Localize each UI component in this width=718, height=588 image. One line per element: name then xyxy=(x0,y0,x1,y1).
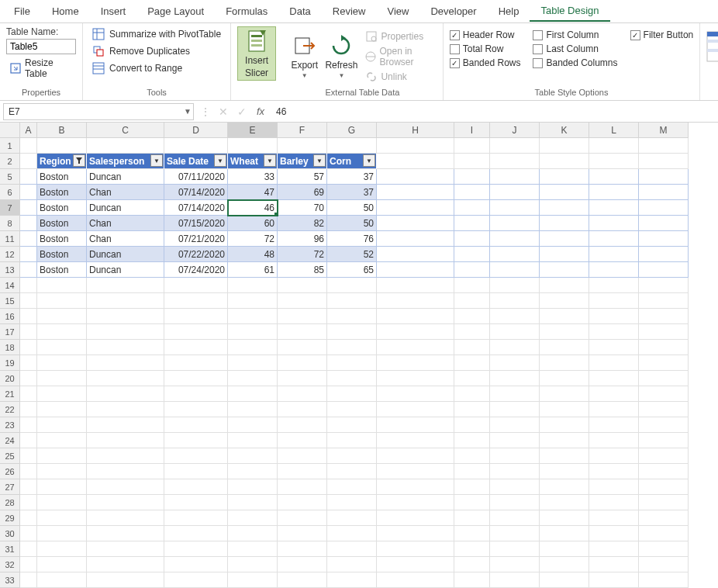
cell[interactable] xyxy=(164,464,228,479)
cell[interactable] xyxy=(639,309,689,324)
cell[interactable] xyxy=(20,154,37,169)
cell[interactable] xyxy=(454,417,490,433)
cell[interactable] xyxy=(228,371,278,386)
cell[interactable] xyxy=(639,448,689,464)
cell[interactable] xyxy=(164,417,228,433)
row-header[interactable]: 18 xyxy=(0,340,20,355)
resize-table-button[interactable]: Resize Table xyxy=(6,56,76,81)
row-header[interactable]: 13 xyxy=(0,262,20,278)
cell[interactable] xyxy=(164,309,228,324)
table-header[interactable]: Wheat▼ xyxy=(228,154,278,169)
cell[interactable] xyxy=(490,464,540,479)
cell[interactable] xyxy=(327,557,377,572)
cell[interactable] xyxy=(589,495,639,510)
export-button[interactable]: Export ▼ xyxy=(288,32,320,81)
cell[interactable] xyxy=(639,402,689,417)
cell[interactable] xyxy=(454,185,490,200)
cell[interactable] xyxy=(639,262,689,278)
cell[interactable] xyxy=(37,464,87,479)
cell[interactable] xyxy=(327,324,377,340)
table-header[interactable]: Region xyxy=(37,154,87,169)
table-cell[interactable]: 48 xyxy=(228,247,278,262)
cell[interactable] xyxy=(278,355,327,371)
cell[interactable] xyxy=(490,309,540,324)
cell[interactable] xyxy=(327,402,377,417)
table-cell[interactable]: Duncan xyxy=(87,200,164,216)
cell[interactable] xyxy=(639,541,689,557)
cell[interactable] xyxy=(164,479,228,495)
cell[interactable] xyxy=(37,309,87,324)
cell[interactable] xyxy=(540,309,589,324)
cell[interactable] xyxy=(37,355,87,371)
cell[interactable] xyxy=(228,464,278,479)
cell[interactable] xyxy=(37,479,87,495)
cell[interactable] xyxy=(164,355,228,371)
cell[interactable] xyxy=(20,355,37,371)
cell[interactable] xyxy=(377,324,454,340)
cell[interactable] xyxy=(377,185,454,200)
table-cell[interactable]: 50 xyxy=(327,216,377,231)
cell[interactable] xyxy=(87,278,164,293)
table-header[interactable]: Salesperson▼ xyxy=(87,154,164,169)
cell[interactable] xyxy=(164,541,228,557)
cell[interactable] xyxy=(37,448,87,464)
table-cell[interactable]: 72 xyxy=(228,231,278,247)
cell[interactable] xyxy=(639,526,689,541)
cell[interactable] xyxy=(540,479,589,495)
cell[interactable] xyxy=(540,355,589,371)
cell[interactable] xyxy=(589,355,639,371)
cell[interactable] xyxy=(20,169,37,185)
cell[interactable] xyxy=(228,510,278,526)
cell[interactable] xyxy=(540,200,589,216)
cell[interactable] xyxy=(87,495,164,510)
cell[interactable] xyxy=(454,541,490,557)
cell[interactable] xyxy=(490,417,540,433)
cell[interactable] xyxy=(87,510,164,526)
row-header[interactable]: 11 xyxy=(0,231,20,247)
cell[interactable] xyxy=(490,541,540,557)
table-cell[interactable]: 46 xyxy=(228,200,278,216)
col-header[interactable]: F xyxy=(278,123,327,138)
cell[interactable] xyxy=(37,138,87,154)
cell[interactable] xyxy=(639,386,689,402)
cell[interactable] xyxy=(490,495,540,510)
row-header[interactable]: 6 xyxy=(0,185,20,200)
cell[interactable] xyxy=(540,216,589,231)
table-header[interactable]: Barley▼ xyxy=(278,154,327,169)
cell[interactable] xyxy=(639,247,689,262)
cell[interactable] xyxy=(20,433,37,448)
cell[interactable] xyxy=(490,386,540,402)
check-last-column[interactable]: Last Column xyxy=(533,43,617,54)
cell[interactable] xyxy=(37,433,87,448)
table-cell[interactable]: Chan xyxy=(87,231,164,247)
table-cell[interactable]: 47 xyxy=(228,185,278,200)
cell[interactable] xyxy=(327,433,377,448)
check-header-row[interactable]: ✓Header Row xyxy=(450,29,521,40)
cell[interactable] xyxy=(87,464,164,479)
cell[interactable] xyxy=(490,231,540,247)
cell[interactable] xyxy=(278,557,327,572)
cell[interactable] xyxy=(490,278,540,293)
cell[interactable] xyxy=(377,402,454,417)
cell[interactable] xyxy=(639,495,689,510)
cell[interactable] xyxy=(278,417,327,433)
cell[interactable] xyxy=(278,340,327,355)
cell[interactable] xyxy=(37,293,87,309)
row-header[interactable]: 7 xyxy=(0,200,20,216)
cell[interactable] xyxy=(37,572,87,588)
cell[interactable] xyxy=(87,340,164,355)
cell[interactable] xyxy=(589,510,639,526)
cell[interactable] xyxy=(20,309,37,324)
table-style-preview-icon[interactable] xyxy=(706,31,718,62)
row-header[interactable]: 31 xyxy=(0,541,20,557)
col-header[interactable]: J xyxy=(490,123,540,138)
cell[interactable] xyxy=(87,138,164,154)
cell[interactable] xyxy=(639,572,689,588)
cell[interactable] xyxy=(639,216,689,231)
cell[interactable] xyxy=(87,479,164,495)
cell[interactable] xyxy=(454,526,490,541)
cell[interactable] xyxy=(164,278,228,293)
cell[interactable] xyxy=(20,200,37,216)
table-cell[interactable]: 07/24/2020 xyxy=(164,262,228,278)
cell[interactable] xyxy=(540,262,589,278)
